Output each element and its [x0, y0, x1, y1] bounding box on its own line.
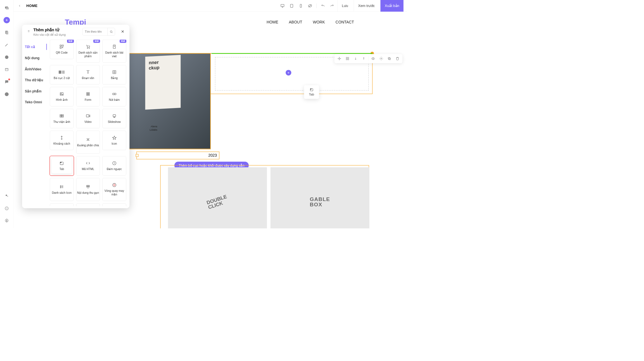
mobile-view-icon[interactable]: [297, 2, 305, 10]
tile-label: Form: [84, 98, 92, 102]
move-icon[interactable]: [336, 55, 343, 62]
nav-work[interactable]: WORK: [313, 20, 325, 24]
tile-button[interactable]: Nút bấm: [103, 87, 126, 106]
countdown-icon: [112, 161, 117, 166]
search-input[interactable]: [83, 28, 107, 35]
icon-icon: [112, 135, 117, 140]
floating-toolbar: [334, 54, 402, 63]
close-icon[interactable]: ✕: [120, 29, 125, 34]
tile-label: Khoảng cách: [53, 142, 71, 145]
tile-tab[interactable]: Tab: [50, 156, 74, 176]
spacer-icon: [60, 135, 64, 140]
svg-rect-34: [62, 45, 64, 46]
tile-countdown[interactable]: Đếm ngược: [103, 156, 126, 176]
category-Teko Omni[interactable]: Teko Omni: [25, 99, 47, 105]
product-image-1[interactable]: DOUBLECLICK: [168, 167, 267, 228]
arrow-up-icon[interactable]: [360, 55, 367, 62]
add-element-icon[interactable]: [4, 17, 10, 23]
category-Tất cả[interactable]: Tất cả: [25, 44, 47, 50]
desktop-view-icon[interactable]: [279, 2, 287, 10]
drag-handle-icon[interactable]: ⠿: [26, 29, 31, 34]
tile-collapse[interactable]: Nội dung thu gọn: [76, 178, 100, 201]
save-button[interactable]: Lưu: [337, 0, 352, 11]
qr-code-icon: [60, 44, 64, 49]
tile-label: Nội dung thu gọn: [77, 191, 100, 195]
video-icon: [86, 113, 90, 118]
tile-map[interactable]: Bản đồ: [50, 203, 74, 206]
tile-product-list[interactable]: Danh sách sản phẩmMới: [76, 40, 100, 63]
svg-point-63: [115, 117, 115, 117]
svg-point-19: [6, 220, 7, 221]
eye-icon[interactable]: [370, 55, 377, 62]
pen-icon[interactable]: [4, 42, 10, 48]
window-icon[interactable]: [4, 66, 10, 73]
svg-rect-24: [348, 59, 349, 60]
preview-button[interactable]: Xem trước: [354, 0, 379, 11]
panel-title: Thêm phần tử: [33, 28, 66, 32]
year-block[interactable]: 2023: [136, 152, 219, 159]
hide-preview-icon[interactable]: [306, 2, 314, 10]
undo-icon[interactable]: [319, 2, 327, 10]
tile-table[interactable]: Bảng: [103, 65, 126, 85]
tile-label: Bố cục 2 cột: [53, 76, 71, 80]
nav-home[interactable]: HOME: [267, 20, 278, 24]
image-icon: [60, 91, 64, 96]
analytics-icon[interactable]: [4, 91, 10, 97]
tile-icon-list[interactable]: Danh sách Icon: [50, 178, 74, 201]
publish-button[interactable]: Xuất bản: [380, 0, 404, 11]
svg-rect-78: [87, 186, 90, 187]
tile-qr-code[interactable]: QR CodeMới: [50, 40, 74, 59]
redo-icon[interactable]: [328, 2, 336, 10]
tile-paragraph[interactable]: TĐoạn văn: [76, 65, 100, 85]
user-icon[interactable]: [4, 193, 10, 199]
drag-tooltip: Tab: [304, 85, 319, 99]
svg-point-61: [114, 117, 114, 117]
copy-icon[interactable]: [386, 55, 393, 62]
add-block-button[interactable]: +: [286, 70, 291, 75]
nav-about[interactable]: ABOUT: [289, 20, 302, 24]
trash-icon[interactable]: [394, 55, 401, 62]
svg-rect-33: [60, 45, 61, 46]
tile-social-icon[interactable]: Icon mạng xã: [76, 203, 100, 206]
tile-divider[interactable]: Đường phân chia: [76, 131, 100, 154]
product-image-2[interactable]: GABLEBOX: [271, 167, 370, 228]
category-Sản phẩm[interactable]: Sản phẩm: [25, 88, 47, 94]
tile-label: Bảng: [110, 76, 119, 80]
chat-icon[interactable]: [4, 79, 10, 85]
product-grid-frame[interactable]: DOUBLECLICK GABLEBOX: [160, 165, 369, 228]
tile-video[interactable]: Video: [76, 109, 100, 128]
tile-post-list[interactable]: Danh sách bài viếtMới: [103, 40, 126, 63]
category-Nội dung[interactable]: Nội dung: [25, 55, 47, 61]
layers-icon[interactable]: [4, 4, 10, 11]
tile-list[interactable]: Danh sách: [103, 203, 126, 206]
category-Thu dữ liệu[interactable]: Thu dữ liệu: [25, 77, 47, 83]
settings-icon[interactable]: [4, 217, 10, 224]
collapse-icon: [86, 184, 90, 189]
tile-html[interactable]: Mã HTML: [76, 156, 100, 176]
tile-spacer[interactable]: Khoảng cách: [50, 131, 74, 150]
tile-image[interactable]: Hình ảnh: [50, 87, 74, 106]
tile-label: Nút bấm: [108, 98, 120, 102]
tablet-view-icon[interactable]: [288, 2, 296, 10]
tile-grid: QR CodeMớiDanh sách sản phẩmMớiDanh sách…: [50, 40, 126, 206]
tile-icon[interactable]: Icon: [103, 131, 126, 150]
tile-two-col[interactable]: Bố cục 2 cột: [50, 65, 74, 85]
help-icon[interactable]: ?: [4, 205, 10, 212]
category-Ảnh/Video[interactable]: Ảnh/Video: [25, 66, 47, 72]
back-button[interactable]: [17, 3, 22, 8]
arrow-down-icon[interactable]: [352, 55, 359, 62]
palette-icon[interactable]: [4, 54, 10, 60]
tile-slideshow[interactable]: Slideshow: [103, 109, 126, 128]
nav-contact[interactable]: CONTACT: [335, 20, 354, 24]
tile-lucky-wheel[interactable]: Vòng quay may mắn: [103, 178, 126, 201]
svg-rect-51: [87, 95, 90, 95]
gear-icon[interactable]: [378, 55, 385, 62]
tile-label: Thư viện ảnh: [53, 120, 71, 124]
tile-gallery[interactable]: Thư viện ảnh: [50, 109, 74, 128]
tile-label: Đếm ngược: [106, 167, 123, 171]
grid-icon[interactable]: [344, 55, 351, 62]
svg-point-62: [114, 117, 115, 117]
pages-icon[interactable]: [4, 29, 10, 36]
search-icon[interactable]: [107, 28, 115, 35]
tile-form[interactable]: Form: [76, 87, 100, 106]
